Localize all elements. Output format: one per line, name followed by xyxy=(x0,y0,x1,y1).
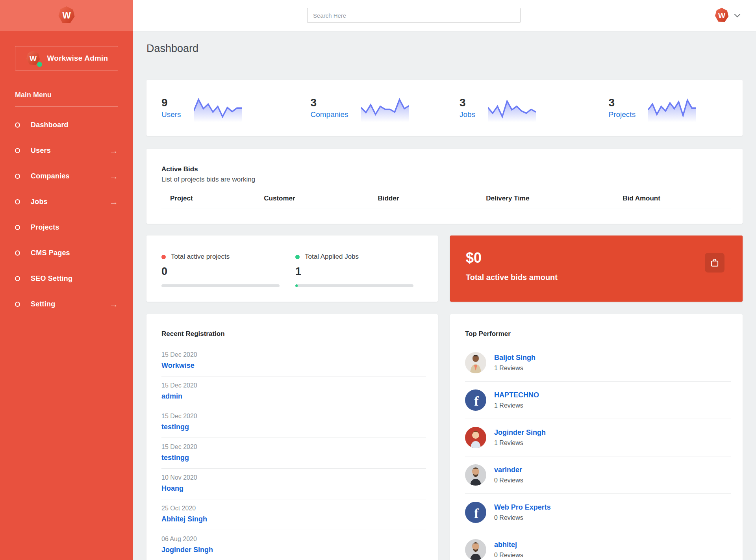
registered-user-link[interactable]: Workwise xyxy=(161,362,426,370)
companies-link[interactable]: Companies xyxy=(311,110,348,119)
jobs-sparkline-chart xyxy=(488,94,536,122)
admin-name: Workwise Admin xyxy=(47,54,108,63)
arrow-right-icon: → xyxy=(109,300,118,309)
column-delivery-time: Delivery Time xyxy=(486,195,623,208)
facebook-icon: f xyxy=(465,389,486,411)
projects-link[interactable]: Projects xyxy=(609,110,636,119)
active-bids-title: Active Bids xyxy=(161,165,731,173)
topbar-main: W xyxy=(133,0,756,31)
registered-user-link[interactable]: testingg xyxy=(161,454,426,462)
circle-icon xyxy=(15,225,20,230)
total-applied-jobs-value: 1 xyxy=(295,265,413,278)
sidebar-item-companies[interactable]: Companies → xyxy=(0,163,133,189)
avatar[interactable] xyxy=(465,539,486,560)
briefcase-button[interactable] xyxy=(705,253,724,273)
sidebar-item-jobs[interactable]: Jobs → xyxy=(0,189,133,215)
performer-link[interactable]: Baljot Singh xyxy=(494,354,536,362)
total-active-projects-block: Total active projects 0 xyxy=(161,253,289,302)
photo-avatar xyxy=(465,539,486,560)
registered-user-link[interactable]: Hoang xyxy=(161,484,426,493)
users-count: 9 xyxy=(161,97,181,109)
recent-registration-card: Recent Registration 15 Dec 2020 Workwise… xyxy=(146,314,438,560)
admin-profile-box[interactable]: W Workwise Admin xyxy=(15,46,118,70)
total-applied-jobs-block: Total Applied Jobs 1 xyxy=(289,253,423,302)
registered-user-link[interactable]: Joginder Singh xyxy=(161,546,426,554)
total-bids-amount-card: $0 Total active bids amount xyxy=(450,235,743,302)
photo-avatar xyxy=(465,464,486,486)
sidebar-item-projects[interactable]: Projects xyxy=(0,215,133,240)
active-projects-progressbar xyxy=(161,284,280,287)
title-divider xyxy=(146,62,743,62)
search-input[interactable] xyxy=(307,8,521,23)
sidebar-item-seo-setting[interactable]: SEO Setting xyxy=(0,266,133,291)
page-title: Dashboard xyxy=(146,43,743,55)
sidebar-item-cms-pages[interactable]: CMS Pages xyxy=(0,240,133,266)
bids-amount-label: Total active bids amount xyxy=(466,273,727,282)
circle-icon xyxy=(15,174,20,179)
workwise-logo-icon: W xyxy=(57,6,76,25)
stat-jobs: 3 Jobs xyxy=(445,94,594,122)
circle-icon xyxy=(15,148,20,153)
briefcase-icon xyxy=(710,258,720,268)
arrow-right-icon: → xyxy=(109,146,118,155)
svg-text:f: f xyxy=(474,506,479,521)
bids-amount-value: $0 xyxy=(466,250,727,266)
avatar[interactable] xyxy=(465,352,486,373)
list-item: 25 Oct 2020 Abhitej Singh xyxy=(161,499,426,530)
avatar[interactable] xyxy=(465,464,486,486)
svg-text:W: W xyxy=(718,11,726,20)
list-item: 15 Dec 2020 testingg xyxy=(161,438,426,469)
performer-reviews: 0 Reviews xyxy=(494,477,523,484)
avatar[interactable]: f xyxy=(465,502,486,523)
performer-link[interactable]: Web Pro Experts xyxy=(494,503,551,512)
stat-users: 9 Users xyxy=(146,94,296,122)
top-performer-list: Baljot Singh 1 Reviews f xyxy=(465,344,731,560)
brand-area[interactable]: W xyxy=(0,0,133,31)
top-performer-card: Top Performer xyxy=(450,314,743,560)
svg-text:W: W xyxy=(30,54,37,63)
user-avatar-logo-icon: W xyxy=(714,7,730,23)
registered-user-link[interactable]: Abhitej Singh xyxy=(161,515,426,523)
avatar[interactable]: f xyxy=(465,389,486,411)
projects-count: 3 xyxy=(609,97,636,109)
users-link[interactable]: Users xyxy=(161,110,181,119)
active-bids-table: Project Customer Bidder Delivery Time Bi… xyxy=(161,195,731,208)
total-active-projects-label: Total active projects xyxy=(171,253,230,261)
performer-reviews: 1 Reviews xyxy=(494,365,536,372)
avatar[interactable] xyxy=(465,427,486,448)
column-bid-amount: Bid Amount xyxy=(623,195,731,208)
photo-avatar xyxy=(465,352,486,373)
performer-reviews: 1 Reviews xyxy=(494,402,539,409)
sidebar-item-dashboard[interactable]: Dashboard xyxy=(0,112,133,138)
online-status-dot xyxy=(37,62,42,67)
circle-icon xyxy=(15,250,20,256)
circle-icon xyxy=(15,122,20,128)
performer-link[interactable]: HAPTECHNO xyxy=(494,391,539,399)
circle-icon xyxy=(15,276,20,281)
sidebar-item-setting[interactable]: Setting → xyxy=(0,291,133,317)
svg-text:W: W xyxy=(62,10,71,20)
totals-card: Total active projects 0 Total Applied Jo… xyxy=(146,235,438,302)
sidebar-item-users[interactable]: Users → xyxy=(0,138,133,163)
active-bids-subtitle: List of projects bids are working xyxy=(161,176,731,184)
performer-link[interactable]: abhitej xyxy=(494,541,523,549)
workwise-admin-app: W W W xyxy=(0,0,756,560)
list-item: f HAPTECHNO 1 Reviews xyxy=(465,382,731,419)
registered-user-link[interactable]: testingg xyxy=(161,423,426,431)
projects-sparkline-chart xyxy=(648,94,696,122)
arrow-right-icon: → xyxy=(109,198,118,206)
performer-reviews: 1 Reviews xyxy=(494,439,546,447)
illustration-avatar xyxy=(465,427,486,448)
red-dot-icon xyxy=(161,255,166,259)
jobs-count: 3 xyxy=(460,97,475,109)
registered-user-link[interactable]: admin xyxy=(161,392,426,401)
list-item: 15 Dec 2020 admin xyxy=(161,376,426,407)
jobs-link[interactable]: Jobs xyxy=(460,110,475,119)
recent-registration-title: Recent Registration xyxy=(161,330,426,338)
sidebar-logo: W xyxy=(25,50,41,66)
stat-projects: 3 Projects xyxy=(594,94,743,122)
performer-link[interactable]: Joginder Singh xyxy=(494,428,546,437)
user-menu[interactable]: W xyxy=(714,7,739,23)
list-item: 10 Nov 2020 Hoang xyxy=(161,469,426,499)
performer-link[interactable]: varinder xyxy=(494,466,523,474)
